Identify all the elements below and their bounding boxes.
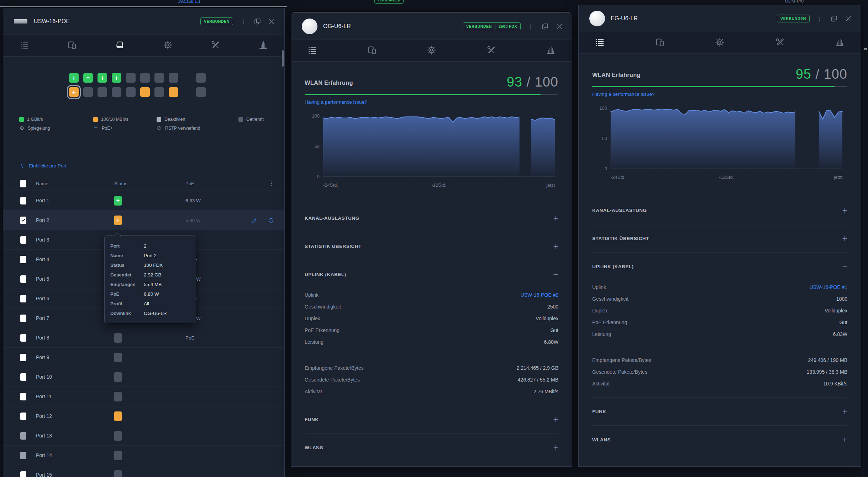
row-checkbox[interactable] [20,452,26,459]
insights-per-port-link[interactable]: Einblicke pro Port [19,163,67,169]
row-checkbox[interactable] [20,334,26,342]
tab-list[interactable] [20,40,29,51]
performance-issue-link[interactable]: Having a performance issue? [305,99,558,105]
row-checkbox[interactable] [20,413,26,420]
popout-button[interactable] [830,14,838,23]
expand-icon[interactable]: + [553,415,558,424]
port-cell[interactable] [112,87,121,97]
tab-settings[interactable] [427,45,436,56]
port-status[interactable] [114,353,122,362]
expand-icon[interactable]: + [842,206,847,215]
row-checkbox[interactable] [20,373,26,381]
row-checkbox[interactable] [20,315,26,322]
popout-button[interactable] [541,22,549,31]
table-row[interactable]: Port 9 [3,348,284,367]
table-options-button[interactable] [268,181,274,187]
port-status[interactable] [114,470,122,477]
port-cell[interactable] [169,87,178,97]
close-button[interactable] [844,14,852,23]
row-checkbox[interactable] [20,471,26,477]
row-checkbox[interactable] [20,217,26,224]
port-cell[interactable] [98,87,107,97]
port-cell[interactable] [83,87,93,97]
tab-devices[interactable] [367,45,377,56]
port-cell[interactable] [196,73,206,83]
tab-list[interactable] [307,45,317,56]
tab-tools[interactable] [775,37,785,48]
table-row[interactable]: Port 11 [3,387,284,406]
expand-icon[interactable]: + [842,407,847,416]
port-status[interactable] [114,372,122,382]
expand-icon[interactable]: + [553,242,558,251]
row-checkbox[interactable] [20,197,26,204]
tab-tools[interactable] [211,40,220,51]
uplink-device-link[interactable]: USW-16-POE #2 [521,292,558,298]
more-options-button[interactable] [239,17,247,26]
port-cell[interactable]: + [112,73,121,83]
port-cell[interactable] [169,73,178,83]
section-toggle-funk[interactable]: FUNK+ [305,405,558,433]
tab-list[interactable] [595,37,605,48]
table-row[interactable]: Port 10 [3,367,284,387]
tab-devices[interactable] [67,40,77,51]
tab-stats[interactable] [258,40,268,51]
restart-port-button[interactable] [268,217,274,224]
tab-devices[interactable] [655,37,665,48]
port-cell[interactable] [83,73,93,83]
port-cell[interactable] [196,87,206,97]
scrollbar-thumb[interactable] [282,50,284,67]
section-toggle-uplink-kabel-[interactable]: UPLINK (KABEL)− [305,260,558,288]
port-cell[interactable]: + [69,73,79,83]
section-toggle-statistik-bersicht[interactable]: STATISTIK ÜBERSICHT+ [592,224,847,252]
port-cell[interactable] [154,73,164,83]
port-status[interactable] [114,451,122,460]
row-checkbox[interactable] [20,236,26,244]
port-cell[interactable]: + [69,87,79,97]
collapse-icon[interactable]: − [842,262,847,271]
tab-tools[interactable] [486,45,496,56]
expand-icon[interactable]: + [842,234,847,243]
row-checkbox[interactable] [20,393,26,400]
port-cell[interactable] [140,73,150,83]
port-cell[interactable] [154,87,164,97]
popout-button[interactable] [253,17,262,26]
section-toggle-statistik-bersicht[interactable]: STATISTIK ÜBERSICHT+ [305,232,558,260]
port-cell[interactable]: + [98,73,107,83]
close-button[interactable] [555,22,563,31]
performance-issue-link[interactable]: Having a performance issue? [592,92,847,97]
collapse-icon[interactable]: − [553,270,558,279]
tab-settings[interactable] [163,40,173,51]
row-checkbox[interactable] [20,354,26,361]
port-cell[interactable] [126,87,136,97]
table-row[interactable]: Port 2+6.80 W [3,211,284,230]
section-toggle-funk[interactable]: FUNK+ [592,398,847,425]
port-status[interactable]: + [114,196,122,206]
port-status[interactable] [114,431,122,441]
section-toggle-wlans[interactable]: WLANS+ [305,434,558,461]
table-row[interactable]: Port 14 [3,446,284,465]
more-options-button[interactable] [526,22,535,31]
port-status[interactable] [114,392,122,401]
table-row[interactable]: Port 15 [3,465,284,477]
tab-ports[interactable] [115,40,125,51]
row-checkbox[interactable] [20,256,26,263]
section-toggle-wlans[interactable]: WLANS+ [592,426,847,453]
port-status[interactable]: + [114,216,122,225]
port-status[interactable] [114,333,122,343]
expand-icon[interactable]: + [553,214,558,223]
tab-stats[interactable] [546,45,556,56]
tab-stats[interactable] [835,37,845,48]
more-options-button[interactable] [815,14,824,23]
port-status[interactable] [114,411,122,421]
section-toggle-uplink-kabel-[interactable]: UPLINK (KABEL)− [592,253,847,280]
close-button[interactable] [267,17,276,26]
table-row[interactable]: Port 1+6.83 W [3,191,284,211]
table-row[interactable]: Port 13 [3,426,284,446]
row-checkbox[interactable] [20,295,26,302]
section-toggle-kanal-auslastung[interactable]: KANAL-AUSLASTUNG+ [592,196,847,224]
uplink-device-link[interactable]: USW-16-POE #1 [810,284,847,290]
table-row[interactable]: Port 12 [3,406,284,426]
expand-icon[interactable]: + [842,435,847,444]
port-cell[interactable] [126,73,136,83]
port-cell[interactable] [140,87,150,97]
